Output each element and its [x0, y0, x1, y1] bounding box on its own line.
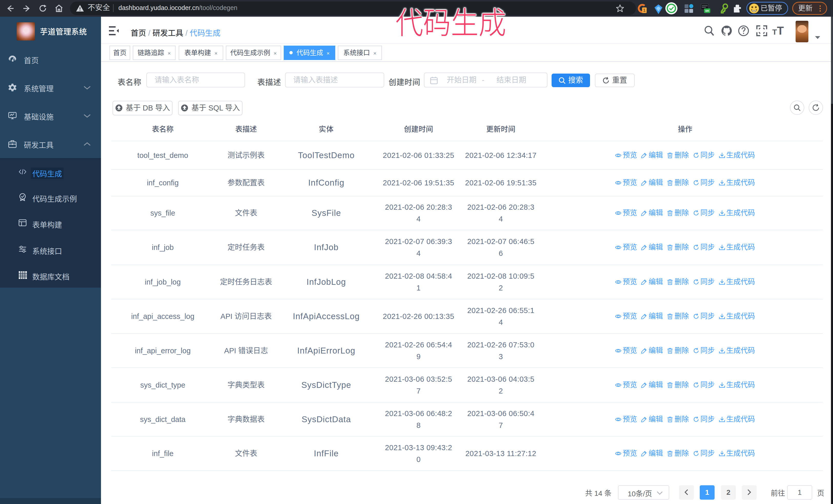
svg-text:1: 1 — [643, 8, 646, 13]
svg-text:on: on — [705, 9, 709, 13]
